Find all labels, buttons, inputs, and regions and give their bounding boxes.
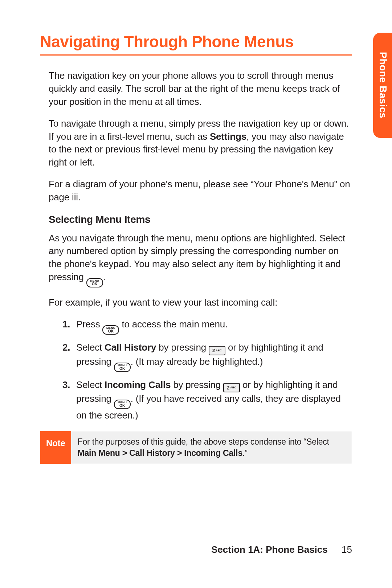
text: For the purposes of this guide, the abov… <box>78 437 329 446</box>
bold-incoming-calls: Incoming Calls <box>105 379 171 390</box>
text: . <box>103 271 106 282</box>
step-1: Press MENU OK to access the main menu. <box>62 318 352 335</box>
footer-section: Section 1A: Phone Basics <box>211 544 328 555</box>
text: . (It may already be highlighted.) <box>131 356 263 367</box>
menu-ok-key-icon: MENU OK <box>114 400 131 409</box>
subheading: Selecting Menu Items <box>49 213 352 227</box>
text: to access the main menu. <box>122 319 228 330</box>
menu-ok-key-icon: MENU OK <box>86 278 103 287</box>
text: Select <box>76 379 105 390</box>
text: by pressing <box>171 379 223 390</box>
key-digit: 2 <box>227 385 229 390</box>
intro-para-3: For a diagram of your phone's menu, plea… <box>49 178 352 204</box>
menu-ok-key-icon: MENU OK <box>102 325 119 335</box>
text: by pressing <box>156 342 209 353</box>
bold-settings: Settings <box>210 131 246 142</box>
note-label: Note <box>40 431 71 464</box>
bold-call-history: Call History <box>105 342 156 353</box>
key-2abc-icon: 2 ABC <box>223 383 240 392</box>
select-para-2: For example, if you want to view your la… <box>49 296 352 309</box>
page-footer: Section 1A: Phone Basics 15 <box>211 544 352 555</box>
menu-ok-key-icon: MENU OK <box>114 363 131 372</box>
step-3: Select Incoming Calls by pressing 2 ABC … <box>62 379 352 422</box>
key-label-bot: OK <box>119 367 125 371</box>
note-bold-path: Main Menu > Call History > Incoming Call… <box>78 448 242 458</box>
body-content: The navigation key on your phone allows … <box>40 69 352 464</box>
title-rule <box>40 54 352 56</box>
key-abc: ABC <box>230 386 236 389</box>
intro-para-1: The navigation key on your phone allows … <box>49 69 352 109</box>
footer-page-number: 15 <box>330 544 352 555</box>
text: Press <box>76 319 102 330</box>
side-tab-label: Phone Basics <box>377 52 388 118</box>
step-2: Select Call History by pressing 2 ABC or… <box>62 341 352 372</box>
text: .” <box>242 448 248 458</box>
note-body: For the purposes of this guide, the abov… <box>71 431 352 464</box>
intro-para-2: To navigate through a menu, simply press… <box>49 117 352 170</box>
key-label-bot: OK <box>108 330 114 333</box>
text: As you navigate through the menu, menu o… <box>49 233 345 283</box>
section-side-tab: Phone Basics <box>373 33 392 138</box>
key-digit: 2 <box>212 348 215 353</box>
text: Select <box>76 342 105 353</box>
key-abc: ABC <box>216 349 222 352</box>
note-box: Note For the purposes of this guide, the… <box>40 431 352 464</box>
key-label-bot: OK <box>92 282 97 286</box>
select-para-1: As you navigate through the menu, menu o… <box>49 232 352 288</box>
key-label-bot: OK <box>119 404 125 408</box>
page-title: Navigating Through Phone Menus <box>40 33 352 51</box>
key-2abc-icon: 2 ABC <box>209 346 225 355</box>
steps-list: Press MENU OK to access the main menu. S… <box>49 318 352 422</box>
manual-page: Phone Basics Navigating Through Phone Me… <box>0 0 392 588</box>
